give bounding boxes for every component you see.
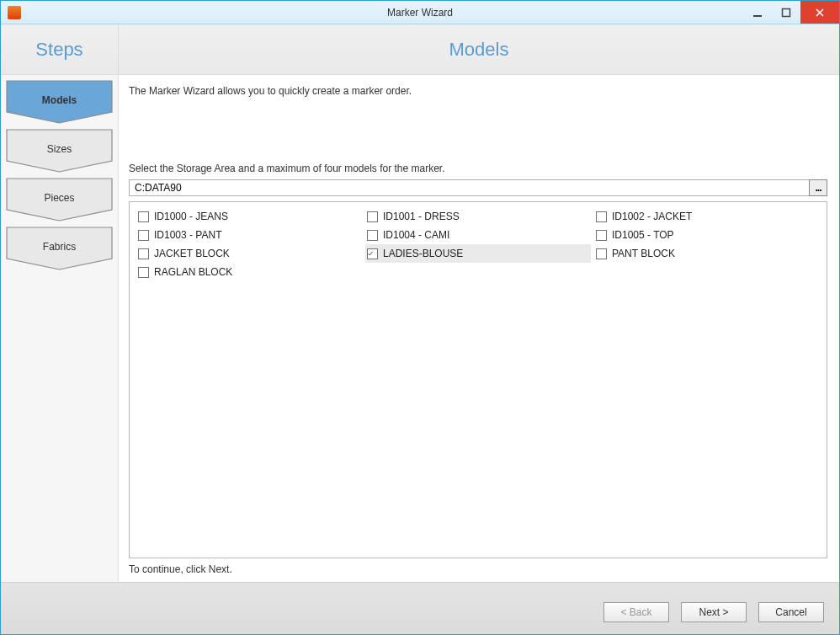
model-label: RAGLAN BLOCK <box>154 266 232 278</box>
model-item[interactable]: ID1003 - PANT <box>136 226 362 244</box>
cancel-button[interactable]: Cancel <box>758 602 824 622</box>
checkbox-icon[interactable] <box>138 267 149 278</box>
maximize-icon <box>781 8 791 18</box>
models-list[interactable]: ID1000 - JEANSID1001 - DRESSID1002 - JAC… <box>129 201 827 558</box>
next-button[interactable]: Next > <box>681 602 747 622</box>
step-label: Models <box>42 94 77 109</box>
header-steps-cell: Steps <box>1 24 119 74</box>
step-label: Fabrics <box>43 241 76 256</box>
model-item[interactable]: ID1004 - CAMI <box>365 226 591 244</box>
model-label: ID1005 - TOP <box>612 229 674 241</box>
prompt-text: Select the Storage Area and a maximum of… <box>129 163 827 174</box>
steps-heading: Steps <box>35 39 82 61</box>
model-item[interactable]: PANT BLOCK <box>594 244 820 263</box>
model-item[interactable]: ID1000 - JEANS <box>136 207 362 226</box>
back-button[interactable]: < Back <box>603 602 669 622</box>
continue-hint: To continue, click Next. <box>129 563 827 579</box>
svg-rect-1 <box>783 8 790 16</box>
checkbox-icon[interactable] <box>367 211 378 222</box>
model-item[interactable]: JACKET BLOCK <box>136 244 362 263</box>
model-label: ID1003 - PANT <box>154 229 221 241</box>
model-label: PANT BLOCK <box>612 248 675 259</box>
checkbox-icon[interactable] <box>138 211 149 222</box>
checkbox-icon[interactable] <box>367 248 378 259</box>
header-page-cell: Models <box>119 24 839 74</box>
main-panel: The Marker Wizard allows you to quickly … <box>119 75 839 582</box>
window-title: Marker Wizard <box>1 7 839 19</box>
checkbox-icon[interactable] <box>138 248 149 259</box>
model-label: LADIES-BLOUSE <box>383 248 463 259</box>
checkbox-icon[interactable] <box>596 230 607 241</box>
minimize-icon <box>752 8 763 18</box>
svg-rect-0 <box>753 15 762 17</box>
step-models[interactable]: Models <box>6 80 113 124</box>
step-sizes[interactable]: Sizes <box>6 129 113 173</box>
model-label: ID1002 - JACKET <box>612 211 692 222</box>
checkbox-icon[interactable] <box>138 230 149 241</box>
titlebar: Marker Wizard <box>1 1 839 24</box>
footer-bar: < Back Next > Cancel <box>1 582 839 634</box>
step-fabrics[interactable]: Fabrics <box>6 227 113 270</box>
model-label: ID1000 - JEANS <box>154 211 228 222</box>
close-button[interactable] <box>800 1 839 24</box>
app-window: Marker Wizard Steps Models ModelsSizesPi… <box>0 0 840 635</box>
minimize-button[interactable] <box>743 1 772 24</box>
step-label: Pieces <box>44 192 74 207</box>
step-label: Sizes <box>47 143 72 158</box>
maximize-button[interactable] <box>772 1 800 24</box>
model-item[interactable]: RAGLAN BLOCK <box>136 263 362 281</box>
browse-button[interactable]: ... <box>809 179 827 196</box>
model-item[interactable]: LADIES-BLOUSE <box>365 244 591 263</box>
step-pieces[interactable]: Pieces <box>6 178 113 221</box>
model-label: JACKET BLOCK <box>154 248 230 259</box>
model-item[interactable]: ID1001 - DRESS <box>365 207 591 226</box>
window-controls <box>743 1 839 24</box>
page-heading: Models <box>449 39 509 61</box>
model-label: ID1001 - DRESS <box>383 211 460 222</box>
checkbox-icon[interactable] <box>367 230 378 241</box>
model-item[interactable]: ID1005 - TOP <box>594 226 820 244</box>
header-row: Steps Models <box>1 24 839 75</box>
close-icon <box>815 8 825 18</box>
checkbox-icon[interactable] <box>596 248 607 259</box>
intro-text: The Marker Wizard allows you to quickly … <box>129 85 827 97</box>
steps-sidebar: ModelsSizesPiecesFabrics <box>1 75 119 582</box>
checkbox-icon[interactable] <box>596 211 607 222</box>
body-row: ModelsSizesPiecesFabrics The Marker Wiza… <box>1 75 839 582</box>
storage-path-input[interactable] <box>129 179 810 196</box>
model-item[interactable]: ID1002 - JACKET <box>594 207 820 226</box>
model-label: ID1004 - CAMI <box>383 229 449 241</box>
storage-path-row: ... <box>129 179 827 196</box>
